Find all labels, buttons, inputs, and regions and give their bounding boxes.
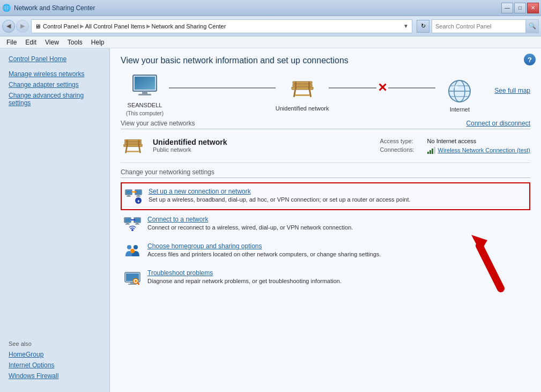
window-icon: 🌐 <box>2 4 11 12</box>
svg-rect-29 <box>432 149 433 154</box>
network-line-1 <box>169 87 276 88</box>
setup-new-connection-item[interactable]: ✦ Set up a new connection or network Set… <box>121 182 530 210</box>
svg-rect-37 <box>137 195 139 196</box>
active-network-type: Public network <box>153 146 227 153</box>
forward-button[interactable]: ▶ <box>16 20 29 33</box>
svg-rect-23 <box>138 139 140 146</box>
search-bar: 🔍 <box>432 19 539 33</box>
homegroup-title[interactable]: Choose homegroup and sharing options <box>147 242 381 250</box>
active-network-details: Unidentified network Public network <box>153 138 227 153</box>
connections-value[interactable]: Wireless Network Connection (test) <box>438 147 530 153</box>
sidebar-item-windows-firewall[interactable]: Windows Firewall <box>0 371 109 381</box>
svg-rect-8 <box>295 82 297 90</box>
troubleshoot-icon <box>124 269 141 286</box>
menu-bar: File Edit View Tools Help <box>0 36 541 48</box>
maximize-button[interactable]: □ <box>514 3 526 13</box>
see-full-map-container: See full map <box>494 82 530 94</box>
minimize-button[interactable]: — <box>501 3 513 13</box>
connect-to-network-item[interactable]: Connect to a network Connect or reconnec… <box>121 211 530 237</box>
setup-connection-title[interactable]: Set up a new connection or network <box>149 188 411 195</box>
troubleshoot-item[interactable]: Troubleshoot problems Diagnose and repai… <box>121 265 530 291</box>
sidebar-item-internet-options[interactable]: Internet Options <box>0 360 109 371</box>
breadcrumb-sep-1: ▶ <box>80 23 84 29</box>
svg-rect-46 <box>125 224 130 225</box>
sidebar-item-manage-wireless[interactable]: Manage wireless networks <box>0 69 109 79</box>
computer-icon <box>131 74 159 100</box>
active-network-row: Unidentified network Public network Acce… <box>121 134 530 163</box>
svg-rect-12 <box>295 94 310 96</box>
homegroup-icon <box>124 242 141 260</box>
sidebar-item-change-advanced[interactable]: Change advanced sharing settings <box>0 90 109 108</box>
svg-rect-24 <box>125 146 128 153</box>
connect-network-title[interactable]: Connect to a network <box>147 216 353 223</box>
menu-tools[interactable]: Tools <box>63 38 87 47</box>
sidebar-see-also-section: See also HomeGroup Internet Options Wind… <box>0 333 109 387</box>
window-title: Network and Sharing Center <box>14 4 95 12</box>
homegroup-sharing-item[interactable]: Choose homegroup and sharing options Acc… <box>121 238 530 264</box>
svg-rect-49 <box>136 223 138 224</box>
main-panel: ? View your basic network information an… <box>110 48 541 392</box>
search-input[interactable] <box>432 23 525 29</box>
menu-file[interactable]: File <box>2 38 21 47</box>
address-dropdown[interactable]: ▼ <box>403 23 409 29</box>
back-forward-controls: ◀ ▶ <box>2 20 29 33</box>
connect-or-disconnect-link[interactable]: Connect or disconnect <box>466 120 530 127</box>
breadcrumb-sep-2: ▶ <box>146 23 151 29</box>
svg-rect-36 <box>136 190 141 194</box>
search-button[interactable]: 🔍 <box>525 20 538 33</box>
sidebar-item-change-adapter[interactable]: Change adapter settings <box>0 79 109 90</box>
see-full-map-link[interactable]: See full map <box>494 87 530 94</box>
sidebar: Control Panel Home Manage wireless netwo… <box>0 48 110 392</box>
access-type-value: No Internet access <box>427 138 477 144</box>
svg-rect-10 <box>293 89 295 97</box>
network-line-broken: ✕ <box>329 82 435 94</box>
back-button[interactable]: ◀ <box>2 20 15 33</box>
connect-network-icon <box>124 216 141 233</box>
see-also-title: See also <box>0 333 109 349</box>
line-seg-2 <box>388 87 435 88</box>
page-title: View your basic network information and … <box>121 56 530 65</box>
sidebar-item-homegroup[interactable]: HomeGroup <box>0 349 109 360</box>
troubleshoot-title[interactable]: Troubleshoot problems <box>147 269 342 277</box>
active-networks-title: View your active networks <box>121 120 195 127</box>
svg-rect-38 <box>136 196 140 197</box>
svg-rect-3 <box>142 91 147 94</box>
setup-connection-icon: ✦ <box>125 188 142 205</box>
svg-rect-33 <box>128 195 130 196</box>
breadcrumb-all-items[interactable]: All Control Panel Items <box>85 23 145 29</box>
computer-label: SEANSDELL <box>128 102 162 108</box>
connect-network-text: Connect to a network Connect or reconnec… <box>147 216 353 231</box>
refresh-button[interactable]: ↻ <box>417 20 429 33</box>
sidebar-item-control-panel-home[interactable]: Control Panel Home <box>0 54 109 64</box>
breadcrumb-control-panel[interactable]: Control Panel <box>43 23 79 29</box>
dropdown-arrow: ▼ <box>403 23 409 29</box>
troubleshoot-desc: Diagnose and repair network problems, or… <box>147 278 342 284</box>
homegroup-text: Choose homegroup and sharing options Acc… <box>147 242 381 257</box>
svg-point-54 <box>127 245 131 249</box>
menu-view[interactable]: View <box>41 38 63 47</box>
svg-rect-9 <box>308 82 310 90</box>
connections-label: Connections: <box>380 146 423 154</box>
svg-point-56 <box>130 249 135 253</box>
connections-row: Connections: Wireless Network Connection… <box>380 146 530 154</box>
svg-rect-4 <box>138 94 151 95</box>
connection-broken-icon: ✕ <box>377 82 387 94</box>
nav-bar: ◀ ▶ 🖥 Control Panel ▶ All Control Panel … <box>0 16 541 36</box>
svg-rect-26 <box>127 151 139 152</box>
svg-rect-28 <box>429 150 431 154</box>
content-area: Control Panel Home Manage wireless netwo… <box>0 48 541 392</box>
bench-icon <box>288 79 316 103</box>
globe-icon <box>446 78 473 104</box>
address-bar[interactable]: 🖥 Control Panel ▶ All Control Panel Item… <box>31 19 412 33</box>
network-node-internet: Internet <box>435 78 484 113</box>
menu-help[interactable]: Help <box>87 38 109 47</box>
svg-rect-44 <box>125 218 130 222</box>
homegroup-desc: Access files and printers located on oth… <box>147 251 381 257</box>
menu-edit[interactable]: Edit <box>21 38 41 47</box>
help-button[interactable]: ? <box>524 54 536 65</box>
svg-point-53 <box>131 229 134 231</box>
svg-rect-32 <box>126 190 131 194</box>
close-button[interactable]: ✕ <box>527 3 539 13</box>
network-node-computer: SEANSDELL (This computer) <box>121 74 169 116</box>
breadcrumb-current[interactable]: Network and Sharing Center <box>152 23 226 29</box>
